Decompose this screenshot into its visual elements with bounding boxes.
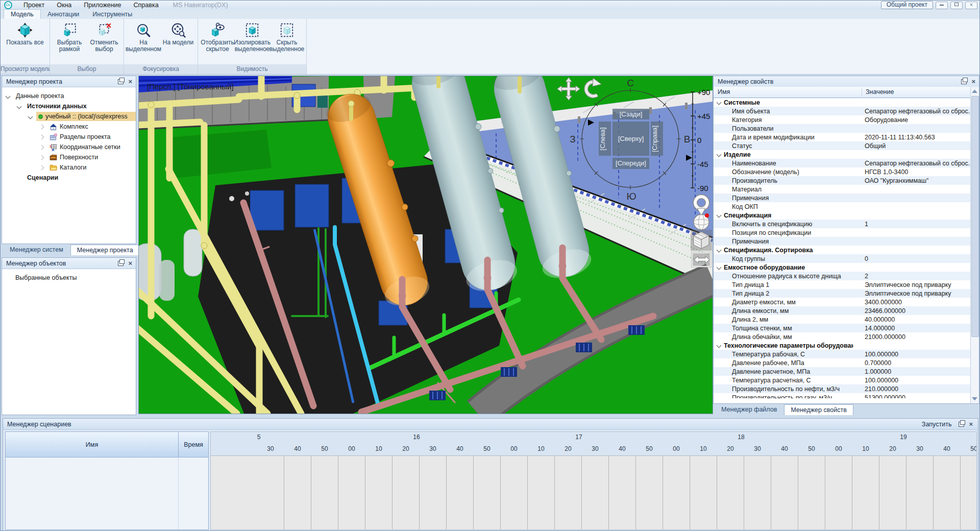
section-collapse-icon[interactable] — [717, 265, 722, 270]
property-row[interactable]: Код ОКП — [714, 202, 971, 211]
property-row[interactable]: Дата и время модификации2020-11-11 11:13… — [714, 133, 971, 141]
view-left-button[interactable]: [Слева] — [599, 127, 606, 150]
property-row[interactable]: ПроизводительОАО "Курганхиммаш" — [714, 176, 971, 185]
property-row[interactable]: СтатусОбщий — [714, 141, 971, 150]
tree-item-6[interactable]: Поверхности — [2, 152, 136, 162]
tree-collapse-icon[interactable] — [39, 165, 44, 170]
menu-application[interactable]: Приложение — [78, 1, 127, 10]
tree-expand-icon[interactable] — [17, 104, 22, 109]
property-value[interactable]: 1.000000 — [862, 368, 891, 375]
property-row[interactable]: НаименованиеСепаратор нефтегазовый со сб… — [714, 159, 971, 167]
scrollbar-thumb[interactable] — [971, 96, 979, 337]
close-panel-icon[interactable]: × — [128, 261, 132, 266]
cancel-selection-button[interactable]: Отменить выбор — [88, 21, 120, 53]
menu-project[interactable]: Проект — [17, 1, 51, 10]
show-all-button[interactable]: Показать все — [4, 21, 46, 46]
property-value[interactable]: 210.000000 — [862, 385, 898, 393]
property-value[interactable]: Сепаратор нефтегазовый со сброс... — [862, 160, 971, 167]
scenario-column-name[interactable]: Имя — [6, 432, 179, 457]
property-value[interactable]: Общий — [862, 142, 886, 150]
close-button[interactable]: × — [965, 2, 977, 9]
tab-properties-manager[interactable]: Менеджер свойств — [784, 404, 853, 415]
tab-tools[interactable]: Инструменты — [86, 10, 139, 19]
tree-item-7[interactable]: Каталоги — [2, 162, 136, 173]
shared-project-button[interactable]: Общий проект — [881, 1, 933, 9]
compass-east[interactable]: В — [684, 134, 691, 144]
float-panel-icon[interactable] — [118, 79, 124, 84]
viewport-3d-scene[interactable]: С З В Ю [Сзади] [Сверху] [Спереди] [Слев… — [138, 76, 713, 414]
property-value[interactable]: НГСВ 1,0-3400 — [862, 168, 908, 176]
section-collapse-icon[interactable] — [717, 213, 722, 218]
view-front-button[interactable]: [Спереди] — [616, 159, 646, 167]
scenario-column-time[interactable]: Время — [179, 432, 208, 457]
property-section-2[interactable]: Спецификация — [714, 211, 971, 220]
selected-objects-label[interactable]: Выбранные объекты — [2, 269, 136, 281]
property-row[interactable]: Материал — [714, 185, 971, 194]
view-back-button[interactable]: [Сзади] — [620, 110, 643, 118]
select-frame-button[interactable]: Выбрать рамкой — [53, 21, 86, 53]
property-row[interactable]: Код группы0 — [714, 254, 971, 263]
isometric-cube-icon[interactable] — [694, 232, 709, 249]
tree-item-0[interactable]: Данные проекта — [2, 91, 136, 101]
scenario-timeline[interactable]: 516171819 304050001020304050001020304050… — [210, 431, 977, 530]
property-row[interactable]: Производительность по газу, м3/ч51300.00… — [714, 393, 971, 398]
section-collapse-icon[interactable] — [717, 343, 722, 348]
property-row[interactable]: Примечания — [714, 237, 971, 246]
property-row[interactable]: Пользователи — [714, 124, 971, 133]
tree-collapse-icon[interactable] — [39, 124, 44, 129]
property-value[interactable]: 3400.000000 — [862, 299, 902, 306]
close-panel-icon[interactable]: × — [971, 79, 975, 84]
section-collapse-icon[interactable] — [717, 100, 722, 105]
property-row[interactable]: КатегорияОборудование — [714, 115, 971, 124]
isolate-selected-button[interactable]: Изолировать выделенное — [236, 21, 268, 53]
property-row[interactable]: Длина емкости, мм23466.000000 — [714, 306, 971, 315]
property-value[interactable]: ОАО "Курганхиммаш" — [862, 177, 928, 184]
compass-west[interactable]: З — [570, 134, 575, 144]
hide-selected-button[interactable]: Скрыть выделенное — [271, 21, 303, 53]
property-value[interactable]: 23466.000000 — [862, 307, 905, 315]
tree-collapse-icon[interactable] — [39, 144, 44, 150]
float-panel-icon[interactable] — [118, 261, 124, 266]
property-section-1[interactable]: Изделие — [714, 150, 971, 159]
tree-collapse-icon[interactable] — [39, 155, 44, 160]
restore-button[interactable] — [950, 2, 963, 9]
property-row[interactable]: Длина обечайки, мм21000.000000 — [714, 332, 971, 341]
float-panel-icon[interactable] — [961, 79, 967, 84]
property-row[interactable]: Производительность по нефти, м3/ч210.000… — [714, 384, 971, 393]
tree-item-3[interactable]: Комплекс — [2, 122, 136, 132]
tree-expand-icon[interactable] — [6, 93, 11, 99]
property-value[interactable]: 100.000000 — [862, 351, 898, 358]
property-value[interactable]: Эллиптическое под приварку — [862, 281, 951, 288]
run-scenario-button[interactable]: Запустить — [922, 421, 952, 428]
zoom-to-selected-button[interactable]: На выделенном — [127, 21, 160, 53]
property-row[interactable]: Обозначение (модель)НГСВ 1,0-3400 — [714, 167, 971, 176]
property-value[interactable]: 0 — [862, 255, 868, 262]
float-panel-icon[interactable] — [959, 422, 964, 427]
property-row[interactable]: Толщина стенки, мм14.000000 — [714, 324, 971, 332]
section-collapse-icon[interactable] — [717, 248, 722, 253]
property-section-0[interactable]: Системные — [714, 98, 971, 107]
tree-collapse-icon[interactable] — [39, 134, 44, 139]
minimize-button[interactable] — [936, 2, 948, 9]
compass-north[interactable]: С — [627, 78, 634, 88]
column-name[interactable]: Имя — [718, 88, 730, 95]
tree-item-1[interactable]: Источники данных — [2, 101, 136, 111]
column-value[interactable]: Значение — [866, 88, 894, 95]
property-value[interactable]: Эллиптическое под приварку — [862, 290, 951, 297]
compass-south[interactable]: Ю — [626, 191, 636, 202]
tree-item-4[interactable]: Разделы проекта — [2, 132, 136, 142]
tree-expand-icon[interactable] — [28, 114, 33, 119]
close-panel-icon[interactable]: × — [128, 79, 132, 84]
property-section-4[interactable]: Емкостное оборудование — [714, 263, 971, 272]
property-value[interactable]: 2 — [862, 273, 868, 280]
property-section-3[interactable]: Спецификация. Сортировка — [714, 246, 971, 254]
show-hidden-button[interactable]: Отобразить скрытое — [201, 21, 234, 53]
tab-annotations[interactable]: Аннотации — [41, 10, 86, 19]
property-row[interactable]: Тип днища 1Эллиптическое под приварку — [714, 280, 971, 289]
property-value[interactable]: 100.000000 — [862, 377, 898, 384]
menu-windows[interactable]: Окна — [51, 1, 78, 10]
scroll-down-icon[interactable] — [972, 397, 977, 400]
property-row[interactable]: Включить в спецификацию1 — [714, 220, 971, 228]
tree-item-5[interactable]: 1AКоординатные сетки — [2, 142, 136, 152]
section-collapse-icon[interactable] — [717, 152, 722, 157]
